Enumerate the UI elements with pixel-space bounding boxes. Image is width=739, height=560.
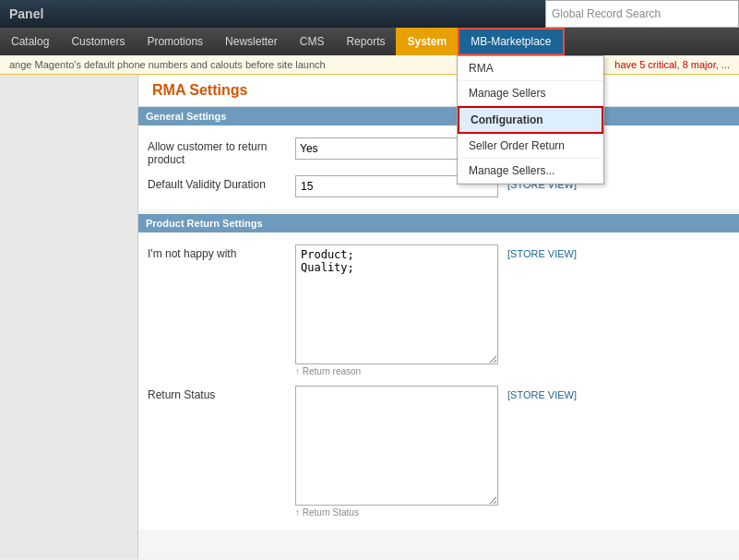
field-return-status-note: ↑ Return Status [295, 507, 359, 518]
field-return-status-store-view[interactable]: [STORE VIEW] [507, 386, 577, 400]
nav-bar: Catalog Customers Promotions Newsletter … [0, 28, 739, 55]
header-title: Panel [9, 6, 43, 21]
field-allow-return: Allow customer to return product Yes No … [138, 133, 739, 171]
field-allow-return-label: Allow customer to return product [148, 137, 295, 166]
general-settings-header: General Settings [138, 107, 739, 125]
field-not-happy-textarea[interactable]: Product; Quality; [295, 244, 498, 364]
field-not-happy-note: ↑ Return reason [295, 366, 361, 376]
page-title: RMA Settings [152, 82, 247, 98]
dropdown-item-rma[interactable]: RMA [458, 56, 603, 81]
field-not-happy-store-view[interactable]: [STORE VIEW] [507, 244, 577, 259]
nav-wrapper: Catalog Customers Promotions Newsletter … [0, 28, 739, 55]
general-settings-section: Allow customer to return product Yes No … [138, 125, 739, 209]
field-validity-duration: Default Validity Duration [STORE VIEW] [138, 171, 739, 202]
header: Panel Global Record Search [0, 0, 739, 28]
sidebar [0, 75, 138, 559]
notification-bar: ange Magento's default phone numbers and… [0, 55, 739, 75]
nav-item-system[interactable]: System [396, 28, 458, 55]
field-not-happy-label: I'm not happy with [148, 244, 295, 260]
dropdown-item-manage-sellers-2[interactable]: Manage Sellers... [458, 159, 603, 184]
field-return-status-wrap: [STORE VIEW] ↑ Return Status [295, 386, 730, 518]
field-not-happy-wrap: Product; Quality; [STORE VIEW] ↑ Return … [295, 244, 730, 376]
dropdown-item-seller-order-return[interactable]: Seller Order Return [458, 134, 603, 159]
mb-marketplace-dropdown: RMA Manage Sellers Configuration Seller … [457, 55, 604, 185]
field-return-status: Return Status [STORE VIEW] ↑ Return Stat… [138, 381, 739, 522]
field-not-happy: I'm not happy with Product; Quality; [ST… [138, 240, 739, 381]
dropdown-item-configuration[interactable]: Configuration [458, 106, 603, 134]
product-return-settings-header: Product Return Settings [138, 214, 739, 232]
main-area: RMA Settings General Settings Allow cust… [138, 75, 739, 559]
nav-item-reports[interactable]: Reports [335, 28, 396, 55]
page-content: RMA Settings General Settings Allow cust… [0, 75, 739, 559]
notification-message: ange Magento's default phone numbers and… [9, 59, 326, 70]
nav-item-catalog[interactable]: Catalog [0, 28, 60, 55]
page-title-bar: RMA Settings [138, 75, 739, 107]
field-return-status-label: Return Status [148, 386, 295, 401]
global-search-input[interactable]: Global Record Search [545, 0, 739, 28]
nav-item-newsletter[interactable]: Newsletter [214, 28, 289, 55]
nav-item-customers[interactable]: Customers [60, 28, 136, 55]
nav-item-promotions[interactable]: Promotions [136, 28, 214, 55]
nav-item-cms[interactable]: CMS [289, 28, 336, 55]
global-search-label: Global Record Search [552, 7, 661, 20]
field-validity-label: Default Validity Duration [148, 175, 295, 191]
field-return-status-textarea[interactable] [295, 386, 498, 506]
notification-critical: have 5 critical, 8 major, ... [614, 59, 730, 70]
product-return-section: I'm not happy with Product; Quality; [ST… [138, 232, 739, 530]
nav-item-mb-marketplace[interactable]: MB-Marketplace [458, 28, 564, 55]
dropdown-item-manage-sellers-1[interactable]: Manage Sellers [458, 81, 603, 106]
